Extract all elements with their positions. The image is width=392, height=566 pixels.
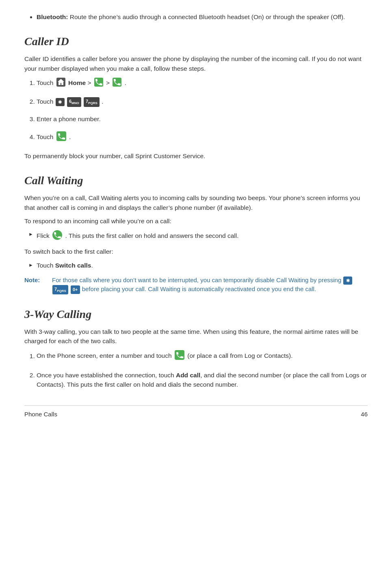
- keypad-6: 6MNO: [67, 97, 81, 107]
- phone-icon-small: [112, 77, 122, 89]
- call-waiting-heading: Call Waiting: [24, 172, 368, 189]
- switch-period: .: [91, 262, 93, 269]
- call-waiting-switch-item: Touch Switch calls.: [28, 261, 368, 270]
- flick-rest: . This puts the first caller on hold and…: [65, 232, 238, 239]
- caller-id-section: Caller ID Caller ID identifies a caller …: [24, 33, 368, 161]
- switch-touch-label: Touch: [37, 262, 55, 269]
- note-text: For those calls where you don’t want to …: [52, 276, 341, 283]
- call-waiting-switch-intro: To switch back to the first caller:: [24, 247, 368, 256]
- caller-id-steps: Touch Home > >: [37, 77, 368, 144]
- call-waiting-section: Call Waiting When you’re on a call, Call…: [24, 172, 368, 294]
- three-way-section: 3-Way Calling With 3-way calling, you ca…: [24, 306, 368, 389]
- three-way-step1: On the Phone screen, enter a number and …: [37, 350, 368, 363]
- note-keypad-7: 7PQRS: [52, 285, 68, 294]
- three-way-step2: Once you have established the connection…: [37, 370, 368, 390]
- step1-touch-label: Touch: [37, 79, 55, 86]
- step1-mid1: >: [87, 79, 93, 86]
- phone-call-icon: [56, 131, 67, 144]
- tw-add-call-bold: Add call: [176, 372, 200, 379]
- note-text2: before placing your call. Call Waiting i…: [82, 285, 316, 292]
- caller-id-step4: Touch .: [37, 131, 368, 144]
- home-icon: [56, 77, 66, 89]
- bluetooth-list: Bluetooth: Route the phone’s audio throu…: [24, 12, 368, 22]
- call-waiting-respond-list: Flick . This puts the first caller on ho…: [28, 230, 368, 243]
- tw-step2-pre: Once you have established the connection…: [37, 372, 176, 379]
- phone-icon-green: [94, 77, 104, 89]
- bluetooth-section: Bluetooth: Route the phone’s audio throu…: [24, 12, 368, 22]
- step4-period: .: [69, 133, 71, 140]
- keypad-star: ✱: [56, 98, 65, 107]
- step2-period: .: [102, 98, 103, 105]
- call-waiting-respond-intro: To respond to an incoming call while you…: [24, 216, 368, 226]
- step4-touch-label: Touch: [37, 133, 55, 140]
- step2-touch-label: Touch: [37, 98, 55, 105]
- three-way-heading: 3-Way Calling: [24, 306, 368, 323]
- page-footer: Phone Calls 46: [24, 405, 368, 419]
- step1-bold: Home: [68, 79, 86, 86]
- call-waiting-switch-list: Touch Switch calls.: [28, 261, 368, 270]
- caller-id-step1: Touch Home > >: [37, 77, 368, 89]
- keypad-7: 7PQRS: [84, 97, 100, 107]
- caller-id-step2: Touch ✱ 6MNO 7PQRS .: [37, 97, 368, 107]
- note-label: Note:: [24, 276, 49, 294]
- three-way-intro: With 3-way calling, you can talk to two …: [24, 327, 368, 346]
- footer-left: Phone Calls: [24, 410, 57, 419]
- svg-rect-5: [175, 350, 184, 360]
- tw-step1-post: (or place a call from Log or Contacts).: [187, 353, 292, 359]
- flick-phone-icon: [52, 230, 63, 243]
- svg-point-4: [52, 230, 62, 240]
- tw-phone-icon: [174, 350, 185, 363]
- flick-label: Flick: [37, 232, 50, 239]
- footer-right: 46: [361, 410, 368, 419]
- svg-rect-3: [56, 131, 66, 141]
- bluetooth-item: Bluetooth: Route the phone’s audio throu…: [37, 12, 368, 22]
- caller-id-intro: Caller ID identifies a caller before you…: [24, 54, 368, 73]
- bluetooth-label: Bluetooth:: [37, 13, 68, 20]
- caller-id-step3: Enter a phone number.: [37, 114, 368, 124]
- caller-id-block-text: To permanently block your number, call S…: [24, 151, 368, 161]
- call-waiting-note: Note: For those calls where you don’t wa…: [24, 276, 368, 294]
- three-way-steps: On the Phone screen, enter a number and …: [37, 350, 368, 389]
- step1-mid2: >: [106, 79, 111, 86]
- step1-period: .: [125, 79, 126, 86]
- call-waiting-flick-item: Flick . This puts the first caller on ho…: [28, 230, 368, 243]
- note-content: For those calls where you don’t want to …: [52, 276, 368, 294]
- note-keypad-0: 0+: [71, 285, 80, 294]
- call-waiting-intro: When you’re on a call, Call Waiting aler…: [24, 193, 368, 212]
- note-keypad-star: ✱: [343, 276, 352, 285]
- tw-step1-pre: On the Phone screen, enter a number and …: [37, 353, 172, 359]
- caller-id-heading: Caller ID: [24, 33, 368, 50]
- switch-calls-bold: Switch calls: [55, 262, 91, 269]
- bluetooth-text: Route the phone’s audio through a connec…: [68, 13, 345, 20]
